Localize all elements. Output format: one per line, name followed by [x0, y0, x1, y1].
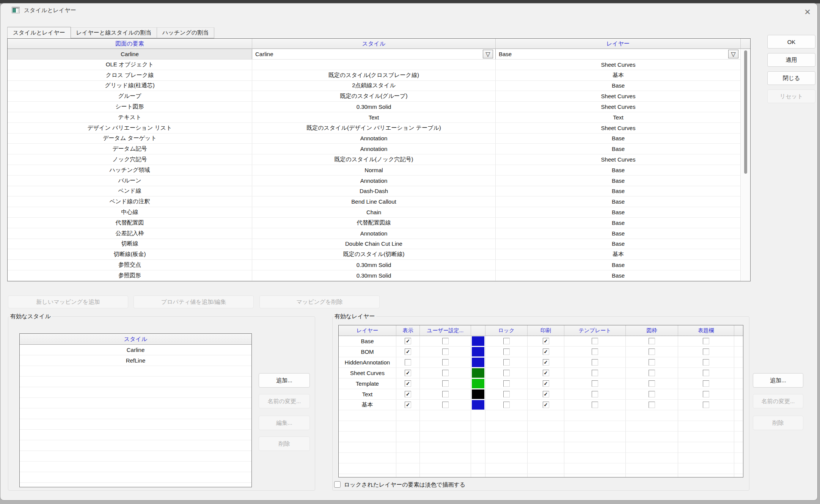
layer-row[interactable]: Template✓✓ [339, 378, 743, 389]
mapping-row[interactable]: グリッド線(柱通芯)2点鎖線スタイルBase [8, 81, 741, 91]
tab-styles-and-layers[interactable]: スタイルとレイヤー [7, 27, 71, 38]
add-mapping-button[interactable]: 新しいマッピングを追加 [8, 295, 128, 308]
layer-print-checkbox[interactable]: ✓ [543, 402, 549, 408]
layer-frame-checkbox[interactable] [649, 380, 655, 387]
layer-lock-checkbox[interactable] [503, 359, 510, 366]
layer-dropdown-button[interactable]: ▽ [728, 50, 738, 58]
mapping-row[interactable]: シート図形0.30mm SolidSheet Curves [8, 102, 741, 112]
style-combo-field[interactable]: Carline ▽ [252, 49, 496, 59]
layer-frame-checkbox[interactable] [649, 349, 655, 355]
column-header-print[interactable]: 印刷 [528, 325, 564, 336]
layer-userstyle-checkbox[interactable] [442, 380, 449, 387]
layer-color-swatch[interactable] [472, 336, 484, 346]
layer-color-swatch[interactable] [472, 389, 484, 399]
layer-titleblock-checkbox[interactable] [703, 391, 709, 397]
layer-template-checkbox[interactable] [592, 370, 598, 376]
layer-visible-checkbox[interactable]: ✓ [405, 338, 411, 344]
mapping-row[interactable]: ベンド線Dash-DashBase [8, 186, 741, 197]
layer-color-swatch[interactable] [472, 379, 484, 388]
layer-template-checkbox[interactable] [592, 338, 598, 344]
layer-visible-checkbox[interactable]: ✓ [405, 391, 411, 397]
column-header-visible[interactable]: 表示 [396, 325, 420, 336]
layer-row[interactable]: HiddenAnnotation✓ [339, 357, 743, 368]
apply-button[interactable]: 適用 [767, 53, 815, 67]
layer-color-swatch[interactable] [472, 400, 484, 410]
style-list-item[interactable]: Carline [20, 345, 251, 355]
close-button[interactable]: 閉じる [767, 71, 815, 85]
dim-locked-layers-checkbox[interactable] [334, 481, 341, 488]
style-rename-button[interactable]: 名前の変更... [259, 394, 310, 408]
layer-visible-checkbox[interactable]: ✓ [405, 402, 411, 408]
layer-row[interactable]: Sheet Curves✓✓ [339, 368, 743, 378]
layer-print-checkbox[interactable]: ✓ [543, 359, 549, 366]
layer-userstyle-checkbox[interactable] [442, 402, 449, 408]
layer-lock-checkbox[interactable] [503, 380, 510, 387]
reset-button[interactable]: リセット [767, 89, 815, 103]
layer-lock-checkbox[interactable] [503, 370, 510, 376]
mapping-row[interactable]: データム ターゲットAnnotationBase [8, 133, 741, 144]
scrollbar-thumb[interactable] [744, 50, 747, 174]
mapping-row[interactable]: ハッチング領域NormalBase [8, 165, 741, 176]
layer-visible-checkbox[interactable]: ✓ [405, 349, 411, 355]
column-header-template[interactable]: テンプレート [564, 325, 626, 336]
styles-list-header[interactable]: スタイル [20, 334, 251, 345]
mapping-row[interactable]: ノック穴記号既定のスタイル(ノック穴記号)Sheet Curves [8, 154, 741, 165]
mapping-row[interactable]: 公差記入枠AnnotationBase [8, 228, 741, 239]
mapping-row[interactable]: データム記号AnnotationBase [8, 144, 741, 154]
layer-lock-checkbox[interactable] [503, 349, 510, 355]
layer-visible-checkbox[interactable]: ✓ [405, 380, 411, 387]
layer-visible-checkbox[interactable]: ✓ [405, 370, 411, 376]
layer-lock-checkbox[interactable] [503, 338, 510, 344]
layer-titleblock-checkbox[interactable] [703, 349, 709, 355]
layer-add-button[interactable]: 追加... [753, 373, 803, 388]
mapping-row[interactable]: テキストTextText [8, 112, 741, 123]
layer-userstyle-checkbox[interactable] [442, 349, 449, 355]
column-header-element[interactable]: 図面の要素 [8, 39, 252, 49]
layer-combo-field[interactable]: Base ▽ [496, 49, 741, 59]
mapping-row[interactable]: ベンド線の注釈Bend Line CalloutBase [8, 196, 741, 207]
layer-template-checkbox[interactable] [592, 402, 598, 408]
tab-layer-linestyle-assignment[interactable]: レイヤーと線スタイルの割当 [71, 27, 157, 38]
layer-frame-checkbox[interactable] [649, 391, 655, 397]
layer-print-checkbox[interactable]: ✓ [543, 338, 549, 344]
close-icon[interactable]: ✕ [800, 6, 815, 19]
mapping-row[interactable]: クロス ブレーク線既定のスタイル(クロスブレーク線)基本 [8, 70, 741, 81]
layer-frame-checkbox[interactable] [649, 359, 655, 366]
mapping-row[interactable]: デザイン バリエーション リスト既定のスタイル(デザイン バリエーション テーブ… [8, 123, 741, 133]
layer-row[interactable]: Text✓✓ [339, 389, 743, 400]
layer-template-checkbox[interactable] [592, 380, 598, 387]
ok-button[interactable]: OK [767, 35, 815, 49]
mapping-row[interactable]: 切断線Double Chain Cut LineBase [8, 239, 741, 250]
tab-hatching-assignment[interactable]: ハッチングの割当 [157, 27, 214, 38]
layer-lock-checkbox[interactable] [503, 391, 510, 397]
mapping-row[interactable]: 参照交点0.30mm SolidBase [8, 260, 741, 270]
column-header-lock[interactable]: ロック [485, 325, 528, 336]
layer-print-checkbox[interactable]: ✓ [543, 349, 549, 355]
layer-userstyle-checkbox[interactable] [442, 359, 449, 366]
column-header-frame[interactable]: 図枠 [626, 325, 678, 336]
layer-frame-checkbox[interactable] [649, 402, 655, 408]
layer-userstyle-checkbox[interactable] [442, 391, 449, 397]
mapping-row[interactable]: 参照図形0.30mm SolidBase [8, 270, 741, 281]
edit-property-button[interactable]: プロパティ値を追加/編集 [134, 295, 254, 308]
mapping-row[interactable]: 代替配置図代替配置図線Base [8, 218, 741, 228]
column-header-layer[interactable]: レイヤー [496, 39, 741, 49]
layer-lock-checkbox[interactable] [503, 402, 510, 408]
layer-userstyle-checkbox[interactable] [442, 338, 449, 344]
layer-titleblock-checkbox[interactable] [703, 338, 709, 344]
column-header-user-style[interactable]: ユーザー設定... [420, 325, 471, 336]
mapping-row[interactable]: 中心線ChainBase [8, 207, 741, 218]
layer-print-checkbox[interactable]: ✓ [543, 380, 549, 387]
layer-row[interactable]: Base✓✓ [339, 336, 743, 347]
layer-frame-checkbox[interactable] [649, 370, 655, 376]
layer-color-swatch[interactable] [472, 358, 484, 367]
column-header-title-block[interactable]: 表題欄 [678, 325, 734, 336]
layer-print-checkbox[interactable]: ✓ [543, 391, 549, 397]
layer-delete-button[interactable]: 削除 [753, 416, 803, 430]
layer-frame-checkbox[interactable] [649, 338, 655, 344]
mapping-row[interactable]: 切断線(板金)既定のスタイル(切断線)基本 [8, 249, 741, 260]
layer-row[interactable]: BOM✓✓ [339, 347, 743, 357]
layer-userstyle-checkbox[interactable] [442, 370, 449, 376]
mapping-row[interactable]: グループ既定のスタイル(グループ)Sheet Curves [8, 91, 741, 102]
mapping-table-scrollbar[interactable] [740, 49, 750, 281]
